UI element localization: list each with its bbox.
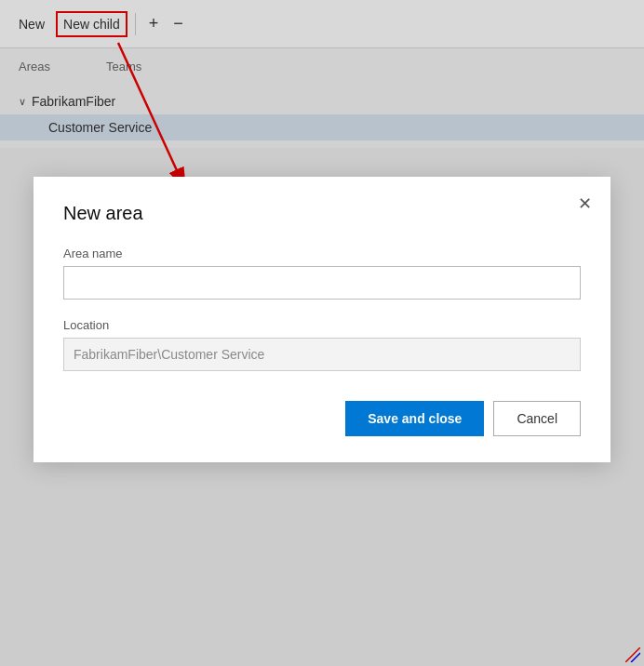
modal-close-button[interactable]: ✕ [574, 192, 596, 216]
corner-watermark [625, 647, 640, 662]
modal-dialog: New area ✕ Area name Location Save and c… [34, 177, 610, 462]
modal-overlay: New area ✕ Area name Location Save and c… [0, 0, 644, 666]
cancel-label: Cancel [517, 411, 557, 426]
cancel-button[interactable]: Cancel [493, 401, 581, 436]
close-icon: ✕ [578, 194, 592, 213]
save-close-button[interactable]: Save and close [345, 401, 484, 436]
location-input [63, 338, 581, 371]
modal-title: New area [63, 203, 581, 224]
location-group: Location [63, 318, 581, 371]
area-name-input[interactable] [63, 266, 581, 300]
save-close-label: Save and close [368, 411, 462, 426]
location-label: Location [63, 318, 581, 332]
modal-footer: Save and close Cancel [63, 401, 581, 436]
area-name-label: Area name [63, 246, 581, 260]
area-name-group: Area name [63, 246, 581, 300]
